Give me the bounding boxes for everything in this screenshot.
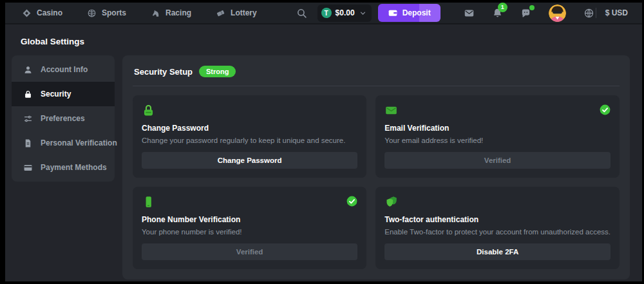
topbar-divider xyxy=(596,8,596,18)
balance-amount: $0.00 xyxy=(336,8,355,17)
chat-button[interactable] xyxy=(520,8,531,19)
phone-verified-button[interactable]: Verified xyxy=(142,243,357,260)
deposit-button[interactable]: Deposit xyxy=(378,4,440,22)
card-description: Enable Two-factor to protect your accoun… xyxy=(384,228,611,236)
sports-icon xyxy=(87,8,97,18)
avatar-image xyxy=(549,5,566,22)
phone-verification-card: Phone Number Verification Your phone num… xyxy=(133,187,366,269)
card-title: Email Verification xyxy=(384,124,611,133)
green-envelope-icon xyxy=(384,104,611,117)
card-title: Two-factor authentication xyxy=(384,215,611,224)
user-icon xyxy=(23,65,33,75)
chevron-down-icon xyxy=(359,9,367,17)
deposit-label: Deposit xyxy=(402,8,431,17)
green-shields-icon xyxy=(384,195,611,209)
nav-label: Casino xyxy=(37,8,62,17)
disable-2fa-button[interactable]: Disable 2FA xyxy=(384,243,611,260)
mail-button[interactable] xyxy=(464,8,475,19)
email-verified-button[interactable]: Verified xyxy=(384,152,611,169)
card-description: Change your password regularly to keep i… xyxy=(142,137,357,144)
email-verification-card: Email Verification Your email address is… xyxy=(375,95,620,178)
search-button[interactable] xyxy=(296,8,307,19)
strength-badge: Strong xyxy=(199,66,236,77)
wallet-balance-dropdown[interactable]: T $0.00 xyxy=(317,5,372,22)
top-nav-bar: Casino Sports Racing Lottery T $0.00 xyxy=(5,3,642,24)
verified-check-icon xyxy=(346,195,358,207)
preferences-icon xyxy=(23,114,33,124)
green-lock-icon xyxy=(142,104,357,117)
sidebar-item-security[interactable]: Security xyxy=(12,82,115,106)
wallet-icon xyxy=(388,8,398,18)
nav-item-casino[interactable]: Casino xyxy=(22,8,62,18)
topbar-icons: 1 xyxy=(464,5,594,22)
topbar-right: T $0.00 Deposit 1 xyxy=(296,4,628,22)
panel-header: Security Setup Strong xyxy=(133,64,620,86)
credit-card-icon xyxy=(23,163,33,173)
card-description: Your phone number is verified! xyxy=(142,228,357,236)
notification-count-badge: 1 xyxy=(498,3,507,12)
mail-icon xyxy=(464,8,475,19)
nav-item-lottery[interactable]: Lottery xyxy=(216,8,257,18)
chat-online-dot xyxy=(529,5,535,10)
language-button[interactable] xyxy=(583,8,594,19)
sidebar-item-account-info[interactable]: Account Info xyxy=(12,57,115,82)
sidebar-item-label: Account Info xyxy=(41,65,88,74)
search-icon xyxy=(296,8,307,19)
sidebar-item-preferences[interactable]: Preferences xyxy=(12,106,115,131)
currency-selector[interactable]: $ USD xyxy=(605,8,628,17)
racing-icon xyxy=(151,8,160,18)
nav-label: Lottery xyxy=(231,8,257,17)
panel-title: Security Setup xyxy=(134,67,193,77)
nav-item-sports[interactable]: Sports xyxy=(87,8,126,18)
user-avatar[interactable] xyxy=(549,5,566,22)
sidebar-item-label: Personal Verification xyxy=(41,138,117,147)
page-title: Global Settings xyxy=(21,37,630,46)
two-factor-card: Two-factor authentication Enable Two-fac… xyxy=(375,187,620,269)
card-title: Phone Number Verification xyxy=(142,215,357,224)
settings-sidebar: Account Info Security Preferences Person… xyxy=(12,55,115,182)
sidebar-item-label: Security xyxy=(41,90,71,99)
change-password-button[interactable]: Change Password xyxy=(142,152,357,169)
lock-icon xyxy=(23,90,33,99)
nav-item-racing[interactable]: Racing xyxy=(151,8,191,18)
sidebar-item-label: Payment Methods xyxy=(41,163,107,172)
notifications-button[interactable]: 1 xyxy=(492,8,503,19)
tether-coin-icon: T xyxy=(321,8,332,18)
green-phone-icon xyxy=(142,195,357,209)
card-description: Your email address is verified! xyxy=(384,137,611,144)
change-password-card: Change Password Change your password reg… xyxy=(133,95,366,178)
primary-nav: Casino Sports Racing Lottery xyxy=(22,8,257,18)
sidebar-item-label: Preferences xyxy=(41,114,85,123)
document-icon xyxy=(23,138,33,148)
security-cards-grid: Change Password Change your password reg… xyxy=(133,95,620,269)
card-title: Change Password xyxy=(142,124,357,133)
security-setup-panel: Security Setup Strong Change Password Ch… xyxy=(122,55,630,279)
casino-icon xyxy=(22,8,32,18)
settings-page: Global Settings Account Info Security Pr… xyxy=(5,37,642,279)
app-screen: Casino Sports Racing Lottery T $0.00 xyxy=(5,3,642,281)
nav-label: Racing xyxy=(166,8,191,17)
sidebar-item-personal-verification[interactable]: Personal Verification xyxy=(12,131,115,155)
nav-label: Sports xyxy=(102,8,126,17)
sidebar-item-payment-methods[interactable]: Payment Methods xyxy=(12,155,115,180)
lottery-icon xyxy=(216,8,225,18)
verified-check-icon xyxy=(599,104,611,116)
globe-icon xyxy=(583,8,594,19)
